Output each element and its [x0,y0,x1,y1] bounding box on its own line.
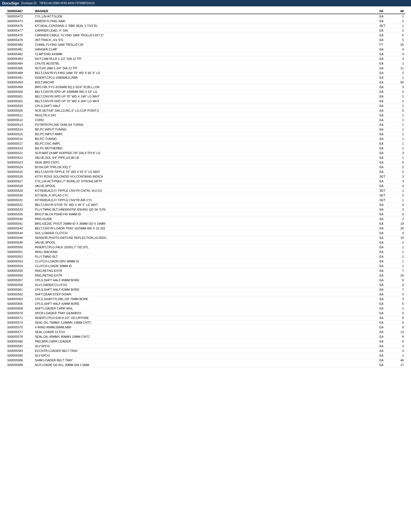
cell-description: NUT:LOADR GD RLL 30MM DIA 1.5MM [33,363,378,367]
cell-description: BRG,P:BLCK:PSHEY45 45MM ID [33,212,378,217]
cell-um: EA [378,259,392,264]
cell-description: CLUTCH:LOADR DRV 48MM ID [33,259,378,264]
cell-description: NUT,HX:JAM 1-3/4" DIA 12 TPI [33,66,378,71]
cell-part: S00055478 [6,33,33,38]
cell-qty: 4 [392,47,405,52]
cell-um: EA [378,85,392,89]
table-row: S00055554CLUTCH:LOADR 30MM IDEA1 [6,264,405,268]
cell-um: EA [378,226,392,231]
cell-qty: 19 [392,236,405,240]
table-row: S00055571INSERT,CPLG:E40,9-1/2" OD,URTHN… [6,316,405,320]
table-row: S00055526KIT:F/ ROSS SOLONOID VLV,CONTAI… [6,174,405,179]
cell-part: S00055516 [6,137,33,141]
col-header-um: FA [378,9,392,14]
cell-qty: 4 [392,184,405,188]
cell-um: EA [378,268,392,273]
cell-um: EA [378,301,392,306]
cell-qty: 17 [392,363,405,367]
cell-qty: 2 [392,240,405,245]
cell-qty: 2 [392,71,405,75]
cell-qty: 2 [392,28,405,33]
table-row: S00055503CPLG,SHFT HALFEA1 [6,104,405,108]
table-row: S00055517BD,PC:OSC AMPLEA1 [6,141,405,146]
table-row: S00055553CLUTCH:LOADR DRV 48MM IDEA1 [6,259,405,264]
cell-um: EA [378,165,392,170]
cell-description: BRG,FBL:FY2-3/16WM,SQ,2-3/16" ID,BLL,LOK [33,85,378,89]
cell-part: S00055482 [6,52,33,57]
table-row: S00055472CYL,LIN ACT:SLIDEEA1 [6,14,405,19]
cell-part: S00055480 [6,42,33,47]
cell-description: SPCR:LOADER TRAY GEARBOX [33,311,378,316]
cell-qty: 1 [392,118,405,122]
cell-um: SET [378,193,392,198]
cell-qty: 2 [392,344,405,349]
cell-part: S00055484 [6,61,33,66]
cell-um: EA [378,122,392,127]
cell-um: EA [378,137,392,141]
table-row: S00055513POTMTR:PH,20K OHM,3/4 TURNSEA1 [6,122,405,127]
cell-part: S00055554 [6,264,33,268]
cell-part: S00055529 [6,188,33,193]
cell-qty: 2 [392,170,405,174]
cell-part: S00055556 [6,273,33,278]
cell-um: EA [378,28,392,33]
table-row: S00055583ECCNTR:LOADER BELT TRAYEA4 [6,349,405,353]
cell-qty: 5 [392,311,405,316]
cell-part: S00055540 [6,217,33,221]
cell-um: EA [378,99,392,104]
cell-part: S00055488 [6,71,33,75]
cell-um: EA [378,71,392,75]
table-row: S00055565CPLG,SHFT HALF:42MM BOREEA5 [6,301,405,306]
cell-description: V-RING:45MM,55MM,NBR [33,325,378,330]
cell-part: S00055526 [6,174,33,179]
table-row: S00055528VALVE,SPOOLEA4 [6,184,405,188]
table-row: S00055570SPCR:LOADER TRAY GEARBOXEA5 [6,311,405,316]
cell-description: POTMTR:PH,20K OHM,3/4 TURNS [33,122,378,127]
table-row: S00055501BELT,CNVYR:SPD UP 70" WD X 146"… [6,94,405,99]
cell-part: S00055544 [6,231,33,236]
cell-part: S00055503 [6,104,33,108]
cell-qty: 2 [392,165,405,170]
cell-um: EA [378,306,392,311]
cell-part: S00055551 [6,250,33,254]
cell-part: S00055542 [6,226,33,231]
table-row: S00055484CHUTE:ADJSTBLEA1 [6,61,405,66]
col-header-description: WASHER [33,9,378,14]
table-row: S00055493BOLT,ANCHREA94 [6,80,405,85]
cell-part: S00055531 [6,198,33,203]
cell-part: S00055550 [6,245,33,250]
cell-um: EA [378,160,392,165]
cell-qty: 1 [392,61,405,66]
cell-um: EA [378,33,392,38]
table-row: S00055574SEAL,OIL:75MMX 110MMX 13MM CNTC… [6,320,405,325]
cell-part: S00055580 [6,339,33,344]
table-row: S00055555RNG,RETNG:EXTREA7 [6,268,405,273]
cell-description: SENSOR,PHOTO:DIFFUSE REFLECTION,10-55DC, [33,236,378,240]
table-row: S00055568SHFT:LOADER CARR WHLEA1 [6,306,405,311]
cell-qty: 1 [392,198,405,203]
cell-qty: 1 [392,264,405,268]
cell-description: INSERT,CPLG:E40,9-1/2" OD,URTHNE [33,316,378,320]
table-row: S00055524BUSH,DR:TPRLOK IDQ 1"EA2 [6,165,405,170]
cell-part: S00055575 [6,325,33,330]
cell-qty: 3 [392,297,405,301]
table-row: S00055483NUT:CAM RLLR 1-1/2" DIA 12 TPIE… [6,57,405,61]
table-row: S00055581SLV:SPCGEA2 [6,344,405,349]
cell-part: S00055472 [6,14,33,19]
cell-part: S00055521 [6,151,33,155]
cell-part: S00055541 [6,221,33,226]
table-row: S00055562SHFT,GEAR:STEP DOWNEA4 [6,292,405,297]
cell-qty: 4 [392,231,405,236]
cell-qty: 3 [392,85,405,89]
cell-um: EA [378,334,392,339]
cell-um: SET [378,188,392,193]
cell-description: BELT,CNVYR:SPD UP 70" WD X 146" LG WHT [33,94,378,99]
cell-part: S00055511 [6,113,33,118]
cell-um: EA [378,316,392,320]
cell-um: EA [378,250,392,254]
cell-description: BOLT,ANCHR [33,80,378,85]
cell-description: CLUTCH:LOADR 30MM ID [33,264,378,268]
cell-description: CHNNL:FLYING SAW TROLLEY,20' [33,42,378,47]
cell-qty: 1 [392,104,405,108]
cell-description: BD,PC:MOTHERBD [33,146,378,151]
